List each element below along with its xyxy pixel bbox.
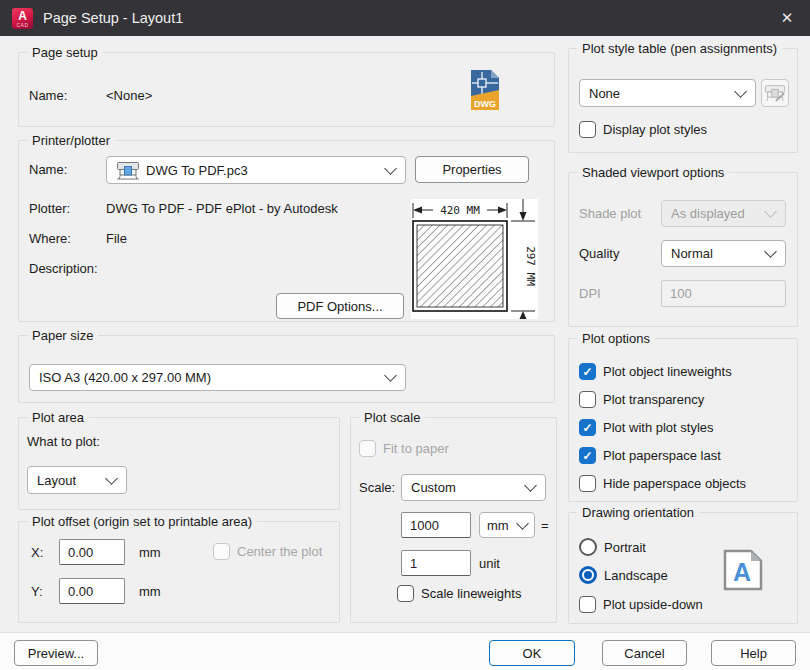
drawing-orientation-group: Drawing orientation Portrait Landscape P… [568,512,798,624]
paper-size-legend: Paper size [27,327,98,344]
plot-offset-y-input[interactable] [59,578,125,604]
autocad-app-icon: A CAD [12,8,33,29]
dpi-input [661,280,786,307]
chevron-down-icon [105,472,118,485]
portrait-label: Portrait [604,540,646,555]
checkbox-icon [359,440,376,457]
plot-offset-x-label: X: [31,545,43,561]
chevron-down-icon [764,205,777,218]
footer-bar: Preview... OK Cancel Help [0,632,810,670]
fit-to-paper-checkbox[interactable]: Fit to paper [359,440,449,457]
paper-units-select[interactable]: mm [479,512,535,538]
plotter-label: Plotter: [29,201,70,217]
where-label: Where: [29,231,71,247]
page-setup-name-value: <None> [106,88,152,104]
chevron-down-icon [764,245,777,258]
scale-select[interactable]: Custom [401,474,546,501]
plot-options-legend: Plot options [577,330,655,347]
printer-plotter-group: Printer/plotter Name: DWG To PDF.pc3 Pro… [18,140,555,322]
paper-size-select[interactable]: ISO A3 (420.00 x 297.00 MM) [29,364,406,391]
close-icon: ✕ [781,9,794,27]
checkbox-icon [397,585,414,602]
checkbox-icon [579,596,596,613]
preview-button[interactable]: Preview... [14,640,98,666]
plot-offset-x-input[interactable] [59,539,125,565]
quality-value: Normal [671,246,713,261]
plot-paperspace-last-label: Plot paperspace last [603,448,721,463]
plot-style-value: None [589,86,620,101]
drawing-units-input[interactable] [401,550,471,576]
plot-style-select[interactable]: None [579,79,756,107]
help-button-label: Help [740,646,767,661]
orientation-letter: A [733,558,751,586]
plot-offset-x-unit: mm [139,545,161,561]
plot-area-group: Plot area What to plot: Layout [18,417,340,510]
plot-paperspace-last-checkbox[interactable]: Plot paperspace last [579,447,721,464]
plot-object-lineweights-label: Plot object lineweights [603,364,732,379]
plot-scale-legend: Plot scale [359,409,425,426]
portrait-radio[interactable]: Portrait [579,538,646,556]
chevron-down-icon [384,162,397,175]
plot-offset-legend: Plot offset (origin set to printable are… [27,513,257,530]
cancel-button-label: Cancel [624,646,664,661]
scale-lineweights-checkbox[interactable]: Scale lineweights [397,585,521,602]
help-button[interactable]: Help [711,640,796,666]
scale-lineweights-label: Scale lineweights [421,586,521,601]
pdf-options-button-label: PDF Options... [297,299,382,314]
landscape-radio[interactable]: Landscape [579,566,668,584]
checkbox-icon [579,121,596,138]
edit-plot-style-button[interactable] [761,79,789,107]
page-setup-dialog: A CAD Page Setup - Layout1 ✕ Page setup … [0,0,810,670]
properties-button-label: Properties [442,162,501,177]
plot-style-table-legend: Plot style table (pen assignments) [577,40,782,57]
equals-sign: = [541,518,549,534]
plotter-icon [116,161,140,180]
quality-select[interactable]: Normal [661,240,786,267]
printer-name-select[interactable]: DWG To PDF.pc3 [106,156,406,184]
autocad-sub-label: CAD [12,22,33,28]
plot-options-group: Plot options Plot object lineweights Plo… [568,338,798,502]
plot-offset-group: Plot offset (origin set to printable are… [18,521,340,623]
display-plot-styles-checkbox[interactable]: Display plot styles [579,121,707,138]
plot-offset-y-label: Y: [31,584,43,600]
plot-upside-down-label: Plot upside-down [603,597,703,612]
scale-value: Custom [411,480,456,495]
plot-with-plot-styles-checkbox[interactable]: Plot with plot styles [579,419,714,436]
chevron-down-icon [384,369,397,382]
hide-paperspace-objects-label: Hide paperspace objects [603,476,746,491]
center-the-plot-label: Center the plot [237,544,322,559]
close-button[interactable]: ✕ [764,0,810,36]
plot-offset-y-unit: mm [139,584,161,600]
plot-area-legend: Plot area [27,409,89,426]
plot-transparency-checkbox[interactable]: Plot transparency [579,391,704,408]
pdf-options-button[interactable]: PDF Options... [276,293,404,319]
ok-button-label: OK [523,646,542,661]
printer-name-value: DWG To PDF.pc3 [146,163,248,178]
paper-units-input[interactable] [401,512,471,538]
what-to-plot-label: What to plot: [27,434,100,450]
chevron-down-icon [516,517,529,530]
title-bar: A CAD Page Setup - Layout1 ✕ [0,0,810,36]
properties-button[interactable]: Properties [415,156,529,183]
what-to-plot-select[interactable]: Layout [27,466,127,494]
hide-paperspace-objects-checkbox[interactable]: Hide paperspace objects [579,475,746,492]
ok-button[interactable]: OK [489,640,575,666]
checkbox-icon [579,363,596,380]
plotter-pencil-icon [764,84,786,102]
chevron-down-icon [524,479,537,492]
cancel-button[interactable]: Cancel [602,640,687,666]
checkbox-icon [579,475,596,492]
description-label: Description: [29,261,98,277]
plot-transparency-label: Plot transparency [603,392,704,407]
page-setup-name-label: Name: [29,88,67,104]
printer-plotter-legend: Printer/plotter [27,132,115,149]
paper-size-value: ISO A3 (420.00 x 297.00 MM) [39,370,211,385]
paper-units-value: mm [487,518,509,533]
display-plot-styles-label: Display plot styles [603,122,707,137]
plot-upside-down-checkbox[interactable]: Plot upside-down [579,596,703,613]
plot-object-lineweights-checkbox[interactable]: Plot object lineweights [579,363,732,380]
center-the-plot-checkbox[interactable]: Center the plot [213,543,322,560]
dwg-badge-label: DWG [474,99,496,109]
autocad-letter: A [18,10,27,22]
checkbox-icon [579,447,596,464]
